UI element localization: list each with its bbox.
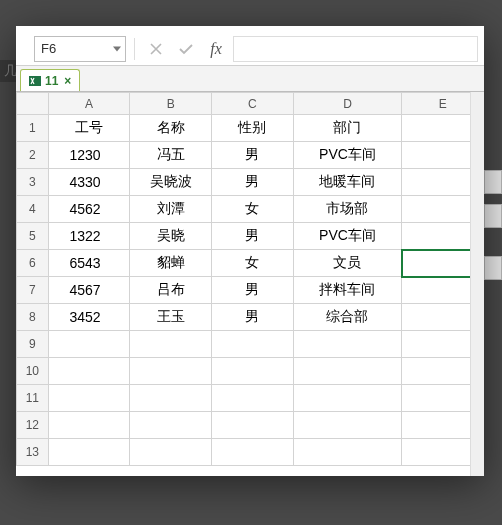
cell[interactable]: 6543 bbox=[48, 250, 130, 277]
cell[interactable]: 1230 bbox=[48, 142, 130, 169]
cancel-icon[interactable] bbox=[143, 37, 169, 61]
row-header[interactable]: 6 bbox=[17, 250, 49, 277]
bg-button-3 bbox=[484, 256, 502, 280]
row-header[interactable]: 5 bbox=[17, 223, 49, 250]
col-header-c[interactable]: C bbox=[211, 93, 293, 115]
cell[interactable]: 男 bbox=[211, 169, 293, 196]
cell[interactable]: 男 bbox=[211, 223, 293, 250]
cell[interactable] bbox=[293, 439, 402, 466]
excel-icon bbox=[29, 75, 41, 87]
col-header-b[interactable]: B bbox=[130, 93, 212, 115]
row-header[interactable]: 11 bbox=[17, 385, 49, 412]
cell[interactable] bbox=[293, 412, 402, 439]
cell[interactable] bbox=[130, 358, 212, 385]
cell[interactable] bbox=[211, 385, 293, 412]
svg-rect-0 bbox=[29, 76, 41, 86]
cell[interactable] bbox=[130, 412, 212, 439]
fx-icon[interactable]: fx bbox=[203, 37, 229, 61]
bg-button-1 bbox=[484, 170, 502, 194]
cell[interactable]: 王玉 bbox=[130, 304, 212, 331]
cell[interactable] bbox=[211, 439, 293, 466]
chevron-down-icon[interactable] bbox=[113, 46, 121, 51]
cell[interactable]: 女 bbox=[211, 250, 293, 277]
cell[interactable]: 吴晓 bbox=[130, 223, 212, 250]
cell[interactable] bbox=[48, 439, 130, 466]
row-header[interactable]: 2 bbox=[17, 142, 49, 169]
cell[interactable]: 刘潭 bbox=[130, 196, 212, 223]
cell[interactable]: 综合部 bbox=[293, 304, 402, 331]
spreadsheet-window: F6 fx 11 × A B C bbox=[16, 26, 484, 476]
vertical-scrollbar[interactable] bbox=[470, 92, 484, 476]
cell[interactable] bbox=[211, 412, 293, 439]
cell[interactable]: 工号 bbox=[48, 115, 130, 142]
cell[interactable]: 地暖车间 bbox=[293, 169, 402, 196]
cell[interactable]: 3452 bbox=[48, 304, 130, 331]
cell[interactable] bbox=[293, 358, 402, 385]
name-box[interactable]: F6 bbox=[34, 36, 126, 62]
cell[interactable] bbox=[48, 358, 130, 385]
cell[interactable] bbox=[130, 439, 212, 466]
bg-button-2 bbox=[484, 204, 502, 228]
cell[interactable]: 1322 bbox=[48, 223, 130, 250]
cell[interactable] bbox=[48, 385, 130, 412]
separator bbox=[134, 38, 135, 60]
row-header[interactable]: 4 bbox=[17, 196, 49, 223]
cell[interactable] bbox=[130, 385, 212, 412]
cell[interactable] bbox=[293, 385, 402, 412]
select-all-corner[interactable] bbox=[17, 93, 49, 115]
grid-area[interactable]: A B C D E 1工号名称性别部门21230冯五男PVC车间34330吴晓波… bbox=[16, 92, 484, 476]
cell[interactable]: 貂蝉 bbox=[130, 250, 212, 277]
cell[interactable] bbox=[211, 358, 293, 385]
cell[interactable] bbox=[130, 331, 212, 358]
sheet-tab[interactable]: 11 × bbox=[20, 69, 80, 91]
row-header[interactable]: 12 bbox=[17, 412, 49, 439]
spreadsheet-grid[interactable]: A B C D E 1工号名称性别部门21230冯五男PVC车间34330吴晓波… bbox=[16, 92, 484, 466]
cell[interactable]: 拌料车间 bbox=[293, 277, 402, 304]
cell[interactable]: 4562 bbox=[48, 196, 130, 223]
row-header[interactable]: 13 bbox=[17, 439, 49, 466]
cell[interactable]: 女 bbox=[211, 196, 293, 223]
cell[interactable]: 名称 bbox=[130, 115, 212, 142]
cell[interactable]: 男 bbox=[211, 277, 293, 304]
confirm-icon[interactable] bbox=[173, 37, 199, 61]
cell[interactable]: 文员 bbox=[293, 250, 402, 277]
cell[interactable] bbox=[48, 331, 130, 358]
cell[interactable] bbox=[293, 331, 402, 358]
row-header[interactable]: 3 bbox=[17, 169, 49, 196]
cell[interactable]: 男 bbox=[211, 142, 293, 169]
formula-input[interactable] bbox=[233, 36, 478, 62]
cell[interactable]: 部门 bbox=[293, 115, 402, 142]
cell[interactable]: 冯五 bbox=[130, 142, 212, 169]
cell[interactable]: 性别 bbox=[211, 115, 293, 142]
name-box-value: F6 bbox=[41, 41, 56, 56]
row-header[interactable]: 10 bbox=[17, 358, 49, 385]
cell[interactable]: 市场部 bbox=[293, 196, 402, 223]
cell[interactable]: PVC车间 bbox=[293, 142, 402, 169]
cell[interactable]: 4567 bbox=[48, 277, 130, 304]
cell[interactable] bbox=[211, 331, 293, 358]
col-header-d[interactable]: D bbox=[293, 93, 402, 115]
cell[interactable]: 吕布 bbox=[130, 277, 212, 304]
cell[interactable]: 男 bbox=[211, 304, 293, 331]
cell[interactable]: 4330 bbox=[48, 169, 130, 196]
row-header[interactable]: 9 bbox=[17, 331, 49, 358]
sheet-tab-bar: 11 × bbox=[16, 66, 484, 92]
cell[interactable]: PVC车间 bbox=[293, 223, 402, 250]
row-header[interactable]: 1 bbox=[17, 115, 49, 142]
col-header-a[interactable]: A bbox=[48, 93, 130, 115]
row-header[interactable]: 8 bbox=[17, 304, 49, 331]
cell[interactable] bbox=[48, 412, 130, 439]
sheet-tab-label: 11 bbox=[45, 74, 58, 88]
cell[interactable]: 吴晓波 bbox=[130, 169, 212, 196]
close-icon[interactable]: × bbox=[64, 74, 71, 88]
formula-bar: F6 fx bbox=[16, 32, 484, 66]
row-header[interactable]: 7 bbox=[17, 277, 49, 304]
